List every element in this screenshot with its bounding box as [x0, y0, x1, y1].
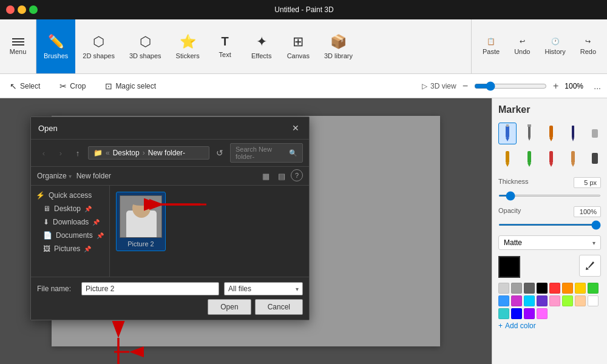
tool-canvas[interactable]: ⊞ Canvas [280, 19, 317, 73]
cancel-button[interactable]: Cancel [255, 299, 303, 315]
crop-tool[interactable]: ✂ Crop [56, 79, 89, 93]
color-swatch-red[interactable] [549, 283, 560, 294]
tool-stickers[interactable]: ⭐ Stickers [169, 19, 207, 73]
forward-button[interactable]: › [54, 146, 67, 160]
color-swatch-pink[interactable] [549, 295, 560, 306]
color-swatch-gray[interactable] [511, 283, 522, 294]
eyedropper-button[interactable] [579, 255, 601, 277]
thickness-slider[interactable] [498, 195, 601, 197]
open-button[interactable]: Open [208, 299, 251, 315]
color-swatch-green[interactable] [588, 283, 599, 294]
color-swatch-white[interactable] [588, 295, 599, 306]
new-folder-button[interactable]: New folder [76, 172, 111, 180]
more-options-icon[interactable]: ... [594, 81, 601, 91]
filename-input[interactable] [81, 282, 219, 295]
undo-label: Undo [514, 48, 530, 55]
color-swatch-violet[interactable] [537, 295, 548, 306]
magic-select-tool[interactable]: ⊡ Magic select [101, 79, 160, 93]
tool-3dshapes[interactable]: ⬡ 3D shapes [122, 19, 169, 73]
tool-2dshapes[interactable]: ⬡ 2D shapes [75, 19, 122, 73]
color-swatch-purple[interactable] [511, 295, 522, 306]
close-button[interactable] [6, 5, 15, 14]
style-dropdown[interactable]: Matte ▾ [498, 235, 601, 250]
color-swatch-darkgray[interactable] [524, 283, 535, 294]
dialog-close-button[interactable]: ✕ [290, 122, 302, 134]
brush-pencil[interactable] [520, 123, 538, 144]
tool-brushes[interactable]: ✏️ Brushes [36, 19, 75, 73]
color-swatch-magenta[interactable] [537, 308, 548, 319]
search-bar[interactable]: Search New folder- 🔍 [230, 143, 303, 163]
search-icon[interactable]: 🔍 [289, 149, 297, 157]
brush-marker-blue[interactable] [498, 123, 517, 144]
open-dialog: Open ✕ ‹ › ↑ 📁 « Desktop › New folder- [30, 116, 310, 320]
color-swatch-teal[interactable] [498, 308, 509, 319]
brush-marker-green[interactable] [520, 148, 538, 170]
filetype-select[interactable]: All files ▾ [224, 282, 303, 295]
undo-button[interactable]: ↩ Undo [509, 33, 535, 60]
color-palette [498, 283, 601, 319]
opacity-value: 100% [574, 206, 601, 217]
color-swatch-blue[interactable] [498, 295, 509, 306]
file-area[interactable]: Picture 2 [110, 186, 309, 277]
tool-text[interactable]: T Text [207, 19, 243, 73]
color-swatch-indigo[interactable] [524, 308, 535, 319]
brush-marker-red[interactable] [542, 148, 560, 170]
tool-3dlibrary[interactable]: 📦 3D library [317, 19, 360, 73]
thickness-value: 5 px [574, 177, 601, 188]
zoom-minus-icon[interactable]: − [463, 81, 468, 92]
minimize-button[interactable] [18, 5, 26, 14]
color-swatch-peach[interactable] [575, 295, 586, 306]
tool-effects[interactable]: ✦ Effects [243, 19, 280, 73]
grid-view-button[interactable]: ▦ [259, 169, 273, 183]
brush-crayon[interactable] [542, 123, 560, 144]
current-color[interactable] [498, 256, 520, 278]
brush-icon-grid [498, 123, 601, 170]
help-button[interactable]: ? [291, 169, 303, 181]
breadcrumb-folder[interactable]: New folder- [148, 149, 185, 157]
zoom-plus-icon[interactable]: + [553, 81, 558, 92]
sidebar-quick-access[interactable]: ⚡ Quick access [31, 189, 109, 202]
color-swatch-black[interactable] [537, 283, 548, 294]
color-swatch-lightgray[interactable] [498, 283, 509, 294]
palette-row-3 [498, 308, 601, 319]
color-swatch-yellow[interactable] [575, 283, 586, 294]
brush-marker-orange[interactable] [564, 148, 582, 170]
pin-icon-2: 📌 [92, 219, 100, 226]
list-view-button[interactable]: ▤ [275, 169, 288, 183]
pin-icon-3: 📌 [97, 232, 104, 239]
organize-button[interactable]: Organize ▾ [37, 172, 72, 180]
up-button[interactable]: ↑ [71, 146, 84, 160]
sidebar-pictures[interactable]: 🖼 Pictures 📌 [31, 242, 109, 255]
select-tool[interactable]: ↖ Select [6, 79, 44, 93]
canvas-area[interactable]: Open ✕ ‹ › ↑ 📁 « Desktop › New folder- [0, 98, 492, 364]
paste-button[interactable]: 📋 Paste [478, 33, 504, 60]
maximize-button[interactable] [29, 5, 38, 14]
svg-rect-19 [527, 151, 531, 163]
menu-button[interactable]: Menu [0, 19, 36, 73]
magic-select-icon: ⊡ [105, 81, 112, 91]
add-color-button[interactable]: + Add color [498, 322, 601, 330]
sidebar-downloads[interactable]: ⬇ Downloads 📌 [31, 215, 109, 229]
sidebar-desktop[interactable]: 🖥 Desktop 📌 [31, 202, 109, 215]
breadcrumb-desktop[interactable]: Desktop [113, 149, 140, 157]
sidebar-documents[interactable]: 📄 Documents 📌 [31, 229, 109, 242]
history-button[interactable]: 🕐 History [540, 33, 570, 60]
color-swatch-darkblue[interactable] [511, 308, 522, 319]
back-button[interactable]: ‹ [37, 146, 50, 160]
brush-pen[interactable] [564, 123, 582, 144]
brush-marker-yellow[interactable] [498, 148, 517, 170]
color-swatch-orange[interactable] [562, 283, 573, 294]
dialog-buttons: Open Cancel [37, 299, 303, 315]
brush-dark[interactable] [586, 148, 604, 170]
zoom-slider[interactable] [474, 81, 547, 91]
color-swatch-cyan[interactable] [524, 295, 535, 306]
refresh-button[interactable]: ↺ [213, 146, 226, 160]
color-swatch-lime[interactable] [562, 295, 573, 306]
documents-folder-icon: 📄 [43, 231, 52, 240]
opacity-slider[interactable] [498, 224, 601, 226]
redo-button[interactable]: ↪ Redo [575, 33, 601, 60]
color-controls [498, 255, 601, 279]
brush-eraser[interactable] [586, 123, 604, 144]
file-picture2[interactable]: Picture 2 [116, 192, 166, 251]
3d-view-toggle[interactable]: ▷ 3D view [422, 82, 456, 90]
